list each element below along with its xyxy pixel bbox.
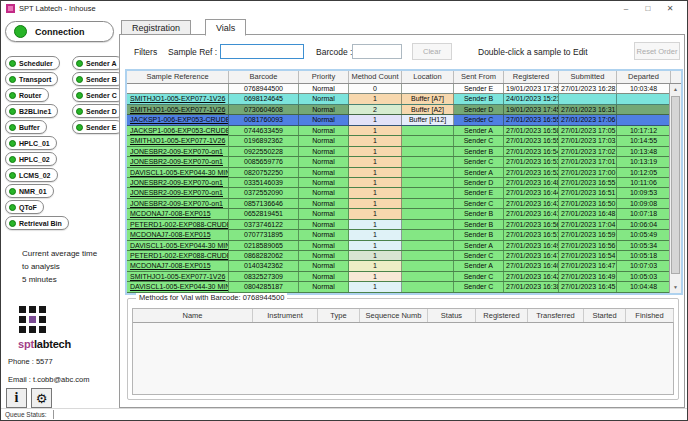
sample-ref-input[interactable] [220, 44, 304, 59]
sidebar-item-nmr-01[interactable]: NMR_01 [5, 184, 54, 198]
cell-location [402, 84, 454, 93]
settings-button[interactable]: ⚙ [31, 388, 52, 408]
sidebar-item-buffer[interactable]: Buffer [5, 120, 47, 134]
cell-sent-from: Sender E [454, 84, 504, 93]
methods-column-header-transferred[interactable]: Transferred [528, 309, 584, 322]
sidebar-item-label: QToF [19, 204, 37, 211]
column-header-departed[interactable]: Departed [617, 71, 671, 83]
sidebar-item-sender-b[interactable]: Sender B [72, 72, 124, 86]
table-row[interactable]: SMITHJO1-005-EXP077-1V260196892362Normal… [127, 136, 669, 146]
table-row[interactable]: JACKSP1-006-EXP053-CRUDE0081760093Normal… [127, 115, 669, 125]
methods-column-header-type[interactable]: Type [318, 309, 360, 322]
sidebar-item-qtof[interactable]: QToF [5, 200, 44, 214]
table-row[interactable]: PETERD1-002-EXP088-CRUDE0373746122Normal… [127, 220, 669, 230]
methods-title: Methods for Vial with Barcode: 076894450… [136, 293, 287, 302]
cell-priority: Normal [299, 261, 349, 270]
cell-location: Buffer [H12] [402, 115, 454, 124]
cell-method-count: 1 [349, 199, 402, 208]
filters-label: Filters [134, 47, 157, 57]
column-header-priority[interactable]: Priority [299, 71, 349, 83]
logo-spt: spt [18, 338, 34, 350]
methods-column-header-instrument[interactable]: Instrument [253, 309, 318, 322]
cell-barcode: 0081760093 [229, 115, 299, 124]
average-time-note: Current average time to analysis 5 minut… [22, 247, 97, 286]
scroll-up-icon[interactable]: ▲ [670, 84, 681, 95]
sidebar-item-label: Sender E [86, 124, 116, 131]
sidebar-item-sender-d[interactable]: Sender D [72, 104, 124, 118]
cell-location: Buffer [A2] [402, 105, 454, 114]
methods-column-header-name[interactable]: Name [133, 309, 253, 322]
sidebar-item-lcms-02[interactable]: LCMS_02 [5, 168, 58, 182]
sidebar-item-transport[interactable]: Transport [5, 72, 58, 86]
sidebar-item-label: Sender D [86, 108, 117, 115]
barcode-input[interactable] [352, 44, 402, 59]
methods-column-header-started[interactable]: Started [584, 309, 626, 322]
methods-column-header-status[interactable]: Status [428, 309, 476, 322]
scroll-down-icon[interactable]: ▼ [670, 282, 681, 293]
methods-column-header-registered[interactable]: Registered [476, 309, 528, 322]
table-row[interactable]: MCDONAJ7-008-EXP0150652819451Normal1Send… [127, 209, 669, 219]
status-dot-icon [9, 188, 16, 195]
table-row[interactable]: MCDONAJ7-008-EXP0150707731895Normal1Send… [127, 230, 669, 240]
sidebar-item-router[interactable]: Router [5, 88, 49, 102]
cell-sent-from: Sender B [454, 230, 504, 239]
table-row[interactable]: DAVISCL1-005-EXP044-30 MINS0820752250Nor… [127, 168, 669, 178]
cell-method-count: 1 [349, 115, 402, 124]
cell-departed: 10:05:49 [617, 230, 671, 239]
table-row[interactable]: SMITHJO1-005-EXP077-1V260832527309Normal… [127, 272, 669, 282]
column-header-sent-from[interactable]: Sent From [454, 71, 504, 83]
reset-order-button[interactable]: Reset Order [634, 42, 680, 60]
close-button[interactable]: ✕ [659, 4, 681, 13]
vertical-scrollbar[interactable]: ▲ ▼ [669, 84, 681, 293]
methods-column-header-sequence-numb[interactable]: Sequence Numb [360, 309, 428, 322]
cell-barcode: 0372552090 [229, 188, 299, 197]
sidebar-item-retrieval-bin[interactable]: Retrieval Bin [5, 216, 69, 230]
table-row[interactable]: JONESBR2-009-EXP070-on10372552090Normal1… [127, 188, 669, 198]
info-button[interactable]: i [6, 388, 27, 408]
table-row[interactable]: 0768944500Normal0Sender E19/01/2023 17:3… [127, 84, 669, 94]
sidebar-item-sender-e[interactable]: Sender E [72, 120, 123, 134]
cell-submitted: 27/01/2023 17:03 [559, 136, 617, 145]
column-header-location[interactable]: Location [402, 71, 454, 83]
cell-priority: Normal [299, 230, 349, 239]
cell-submitted: 27/01/2023 16:31 [559, 105, 617, 114]
cell-barcode: 0196892362 [229, 136, 299, 145]
sidebar-item-b2bline1[interactable]: B2BLine1 [5, 104, 58, 118]
cell-sent-from: Sender B [454, 220, 504, 229]
cell-departed: 10:07:18 [617, 209, 671, 218]
sidebar-item-hplc-02[interactable]: HPLC_02 [5, 152, 57, 166]
cell-method-count: 1 [349, 230, 402, 239]
column-header-barcode[interactable]: Barcode [229, 71, 299, 83]
table-row[interactable]: MCDONAJ7-008-EXP0150140342362Normal1Send… [127, 261, 669, 271]
tab-vials[interactable]: Vials [205, 19, 246, 36]
status-dot-icon [76, 124, 83, 131]
table-row[interactable]: SMITHJO1-005-EXP077-1V260730604608Normal… [127, 105, 669, 115]
table-row[interactable]: JONESBR2-009-EXP070-on10857136646Normal1… [127, 199, 669, 209]
table-row[interactable]: PETERD1-002-EXP088-CRUDE0868282062Normal… [127, 251, 669, 261]
scrollbar-thumb[interactable] [671, 96, 680, 274]
clear-button[interactable]: Clear [412, 43, 452, 60]
column-header-registered[interactable]: Registered [504, 71, 559, 83]
sidebar-item-sender-a[interactable]: Sender A [72, 56, 123, 70]
sidebar-item-hplc-01[interactable]: HPLC_01 [5, 136, 57, 150]
sidebar-item-sender-c[interactable]: Sender C [72, 88, 124, 102]
column-header-method-count[interactable]: Method Count [349, 71, 402, 83]
sidebar-item-scheduler[interactable]: Scheduler [5, 56, 60, 70]
cell-departed [617, 94, 671, 103]
column-header-sample-reference[interactable]: Sample Reference [127, 71, 229, 83]
column-header-submitted[interactable]: Submitted [559, 71, 617, 83]
table-row[interactable]: JONESBR2-009-EXP070-on10922550228Normal1… [127, 147, 669, 157]
methods-column-header-finished[interactable]: Finished [626, 309, 674, 322]
cell-departed: 10:11:06 [617, 178, 671, 187]
table-row[interactable]: SMITHJO1-005-EXP077-1V260698124645Normal… [127, 94, 669, 104]
table-row[interactable]: DAVISCL1-005-EXP044-30 MINS0804285187Nor… [127, 282, 669, 292]
maximize-button[interactable]: □ [637, 4, 659, 13]
table-row[interactable]: JONESBR2-009-EXP070-on10085659776Normal1… [127, 157, 669, 167]
cell-method-count: 0 [349, 84, 402, 93]
table-row[interactable]: JACKSP1-006-EXP053-CRUDE0744633459Normal… [127, 126, 669, 136]
table-row[interactable]: DAVISCL1-005-EXP044-30 MINS0218589065Nor… [127, 241, 669, 251]
minimize-button[interactable]: – [615, 4, 637, 13]
connection-button[interactable]: Connection [5, 21, 114, 42]
table-row[interactable]: JONESBR2-009-EXP070-on10335146039Normal1… [127, 178, 669, 188]
sidebar-item-label: B2BLine1 [19, 108, 51, 115]
